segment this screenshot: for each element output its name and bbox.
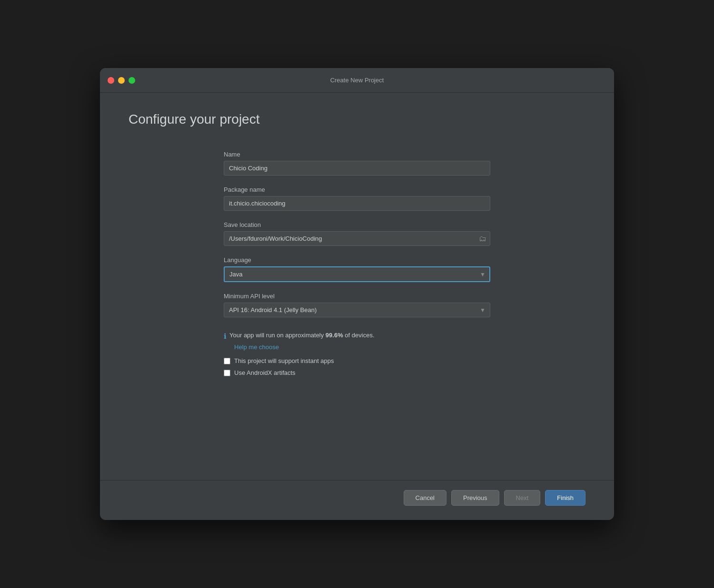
maximize-button[interactable] (129, 77, 135, 84)
info-text: Your app will run on approximately 99.6%… (229, 332, 375, 339)
instant-apps-label: This project will support instant apps (234, 357, 334, 364)
name-field-group: Name (224, 151, 490, 176)
info-percent: 99.6% (326, 332, 343, 339)
footer: Cancel Previous Next Finish (100, 480, 614, 520)
info-section: ℹ Your app will run on approximately 99.… (224, 332, 490, 381)
name-label: Name (224, 151, 490, 158)
androidx-checkbox[interactable] (224, 370, 230, 376)
window-title: Create New Project (330, 77, 384, 84)
instant-apps-checkbox-row: This project will support instant apps (224, 357, 490, 364)
title-bar: Create New Project (100, 68, 614, 93)
finish-button[interactable]: Finish (545, 490, 585, 506)
close-button[interactable] (108, 77, 114, 84)
min-api-label: Minimum API level (224, 293, 490, 300)
package-name-input[interactable] (224, 196, 490, 211)
package-name-label: Package name (224, 186, 490, 193)
next-button: Next (504, 490, 541, 506)
androidx-checkbox-row: Use AndroidX artifacts (224, 369, 490, 376)
cancel-button[interactable]: Cancel (404, 490, 446, 506)
min-api-select-wrapper: API 16: Android 4.1 (Jelly Bean) API 21:… (224, 303, 490, 317)
minimize-button[interactable] (118, 77, 125, 84)
androidx-label: Use AndroidX artifacts (234, 369, 296, 376)
info-text-prefix: Your app will run on approximately (229, 332, 326, 339)
save-location-field-group: Save location 🗂 (224, 221, 490, 246)
instant-apps-checkbox[interactable] (224, 358, 230, 364)
min-api-select[interactable]: API 16: Android 4.1 (Jelly Bean) API 21:… (224, 303, 490, 317)
folder-icon[interactable]: 🗂 (479, 235, 486, 243)
previous-button[interactable]: Previous (451, 490, 499, 506)
form-area: Name Package name Save location 🗂 Langua… (224, 151, 490, 381)
info-icon: ℹ (224, 332, 227, 341)
language-field-group: Language Java Kotlin ▼ (224, 256, 490, 282)
title-bar-buttons (108, 77, 135, 84)
app-window: Create New Project Configure your projec… (100, 68, 614, 520)
min-api-field-group: Minimum API level API 16: Android 4.1 (J… (224, 293, 490, 317)
save-location-label: Save location (224, 221, 490, 228)
package-name-field-group: Package name (224, 186, 490, 211)
help-me-choose-link[interactable]: Help me choose (234, 343, 490, 351)
main-content: Configure your project Name Package name… (100, 93, 614, 480)
language-label: Language (224, 256, 490, 264)
language-select-wrapper: Java Kotlin ▼ (224, 266, 490, 282)
info-text-suffix: of devices. (343, 332, 375, 339)
name-input[interactable] (224, 161, 490, 176)
save-location-input-wrapper: 🗂 (224, 231, 490, 246)
language-select[interactable]: Java Kotlin (224, 266, 490, 282)
page-heading: Configure your project (129, 112, 585, 127)
info-line: ℹ Your app will run on approximately 99.… (224, 332, 490, 341)
save-location-input[interactable] (224, 231, 490, 246)
